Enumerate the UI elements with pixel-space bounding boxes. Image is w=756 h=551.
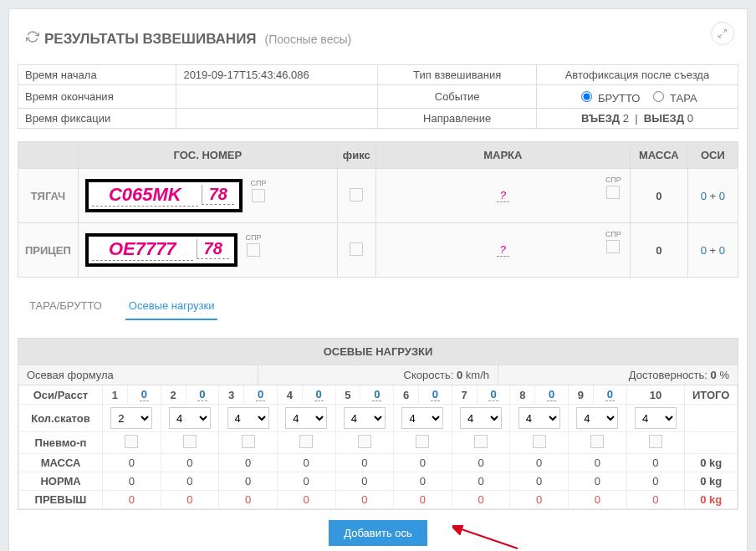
pneumo-checkbox[interactable] <box>183 435 197 448</box>
skat-select[interactable]: 4 <box>635 407 677 429</box>
spr-plate-truck[interactable]: СПР <box>251 179 267 202</box>
axle-dist[interactable]: 0 <box>547 388 556 401</box>
pneumo-checkbox[interactable] <box>125 435 138 448</box>
brand-value[interactable]: ? <box>497 243 509 257</box>
brand-cell: ? СПР <box>375 169 630 223</box>
spr-brand-truck[interactable]: СПР <box>605 176 621 199</box>
plate-input-truck[interactable]: C065MK 78 <box>85 179 243 212</box>
speed-label: Скорость: <box>404 369 454 381</box>
skat-select[interactable]: 4 <box>285 407 327 429</box>
dir-in-value: 2 <box>623 112 629 125</box>
spr-label: СПР <box>245 233 261 242</box>
spr-checkbox[interactable] <box>606 186 620 199</box>
radio-tara[interactable]: ТАРА <box>649 92 697 105</box>
norm-val: 0 <box>219 472 278 491</box>
plate-main: C065MK <box>92 184 198 207</box>
radio-brutto-input[interactable] <box>581 91 592 102</box>
value-start-time: 2019-09-17T15:43:46.086 <box>176 65 378 85</box>
value-weigh-type: Автофиксация после съезда <box>536 65 738 85</box>
plate-main: OE7777 <box>92 238 193 261</box>
speed-value: 0 <box>457 369 462 381</box>
spr-plate-trailer[interactable]: СПР <box>245 233 261 257</box>
label-direction: Направление <box>378 109 536 129</box>
axle-dist[interactable]: 0 <box>256 388 265 401</box>
mass-val: 0 <box>569 454 627 472</box>
over-row: ПРЕВЫШ 0 0 0 0 0 0 0 0 0 0 0 kg <box>19 491 738 509</box>
axle-b[interactable]: 0 <box>719 190 725 202</box>
axle-num: 5 <box>335 385 360 405</box>
tab-tara-brutto[interactable]: ТАРА/БРУТТО <box>26 293 105 320</box>
norm-val: 0 <box>510 472 569 491</box>
over-val: 0 <box>569 491 627 509</box>
pneumo-checkbox[interactable] <box>416 435 429 448</box>
skat-select[interactable]: 2 <box>110 407 152 429</box>
mass-val: 0 <box>103 454 161 472</box>
fix-checkbox-truck[interactable] <box>350 188 363 202</box>
radio-tara-input[interactable] <box>653 91 664 102</box>
axle-a[interactable]: 0 <box>701 244 707 257</box>
mass-val: 0 <box>626 454 685 472</box>
pneumo-checkbox[interactable] <box>358 435 371 448</box>
axle-dist[interactable]: 0 <box>314 388 324 401</box>
axle-grid: Оси/Расст 1 0 2 0 3 0 4 0 5 0 6 0 7 0 8 … <box>18 385 738 509</box>
button-row: Добавить ось <box>18 510 738 546</box>
mass-val: 0 <box>161 454 219 472</box>
axle-dist[interactable]: 0 <box>372 388 381 401</box>
formula-label: Осевая формула <box>18 365 258 385</box>
spr-label: СПР <box>251 179 267 187</box>
pneumo-checkbox[interactable] <box>299 435 313 448</box>
over-val: 0 <box>626 491 685 509</box>
pneumo-row: Пневмо-п <box>19 432 738 454</box>
radio-brutto[interactable]: БРУТТО <box>577 92 640 105</box>
spr-checkbox[interactable] <box>252 189 265 202</box>
skat-select[interactable]: 4 <box>401 407 443 429</box>
total-over: 0 kg <box>685 491 738 509</box>
norm-val: 0 <box>626 472 685 491</box>
pneumo-checkbox[interactable] <box>533 435 546 448</box>
axle-num: 9 <box>569 385 594 405</box>
speed-cell: Скорость: 0 km/h <box>258 365 498 385</box>
refresh-icon <box>26 30 39 48</box>
brand-value[interactable]: ? <box>497 189 509 202</box>
expand-button[interactable] <box>711 22 734 45</box>
axle-dist[interactable]: 0 <box>605 388 615 401</box>
axle-dist[interactable]: 0 <box>140 388 149 401</box>
axle-a[interactable]: 0 <box>701 190 707 202</box>
axle-row-label: Оси/Расст <box>19 385 103 405</box>
vehicle-label: ПРИЦЕП <box>18 223 79 278</box>
over-val: 0 <box>161 491 219 509</box>
reliability-unit: % <box>719 369 729 381</box>
spr-brand-trailer[interactable]: СПР <box>605 230 621 253</box>
radio-tara-label: ТАРА <box>670 92 697 105</box>
spr-checkbox[interactable] <box>606 240 620 253</box>
plate-input-trailer[interactable]: OE7777 78 <box>85 233 238 267</box>
norm-row-label: НОРМА <box>19 472 103 491</box>
skat-select[interactable]: 4 <box>576 407 618 429</box>
fix-cell <box>337 223 375 278</box>
mass-val: 0 <box>510 454 569 472</box>
pneumo-checkbox[interactable] <box>474 435 488 448</box>
axle-dist[interactable]: 0 <box>197 388 207 401</box>
pneumo-checkbox[interactable] <box>242 435 255 448</box>
pneumo-checkbox[interactable] <box>590 435 604 448</box>
spr-checkbox[interactable] <box>247 243 260 257</box>
mass-val: 0 <box>394 454 452 472</box>
weighing-results-panel: РЕЗУЛЬТАТЫ ВЗВЕШИВАНИЯ (Поосные весы) Вр… <box>8 8 748 551</box>
axle-dist[interactable]: 0 <box>431 388 440 401</box>
total-label: ИТОГО <box>685 385 738 405</box>
skat-select[interactable]: 4 <box>460 407 502 429</box>
tab-axle-loads[interactable]: Осевые нагрузки <box>125 293 218 320</box>
fix-checkbox-trailer[interactable] <box>350 242 363 256</box>
col-axles: ОСИ <box>687 142 738 169</box>
add-axle-button[interactable]: Добавить ось <box>329 520 427 546</box>
skat-select[interactable]: 4 <box>518 407 560 429</box>
skat-select[interactable]: 4 <box>169 407 211 429</box>
axle-dist[interactable]: 0 <box>488 388 498 401</box>
skat-select[interactable]: 4 <box>344 407 386 429</box>
axle-loads-panel: ОСЕВЫЕ НАГРУЗКИ Осевая формула Скорость:… <box>18 338 738 510</box>
panel-subtitle: (Поосные весы) <box>265 33 352 46</box>
norm-row: НОРМА 0 0 0 0 0 0 0 0 0 0 0 kg <box>19 472 738 491</box>
axle-b[interactable]: 0 <box>719 244 725 257</box>
skat-select[interactable]: 4 <box>227 407 269 429</box>
pneumo-checkbox[interactable] <box>649 435 662 448</box>
